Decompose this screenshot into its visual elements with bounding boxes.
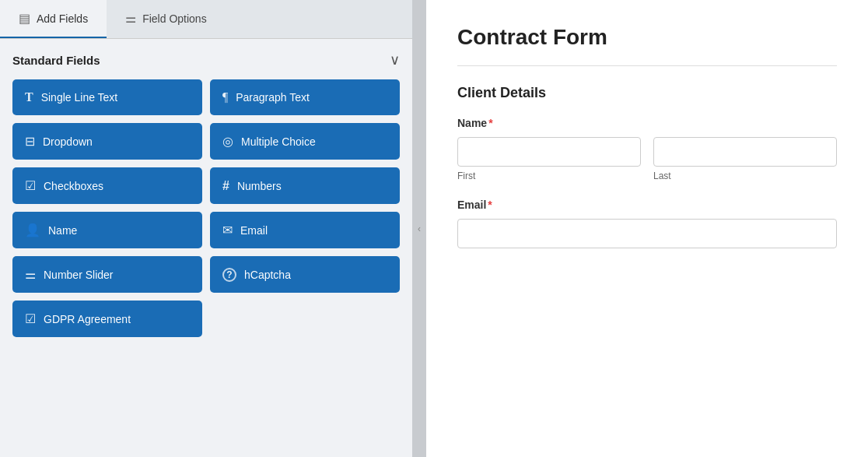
fields-content: Standard Fields ∨ T Single Line Text ¶ P… <box>0 39 412 457</box>
gdpr-label: GDPR Agreement <box>44 313 131 325</box>
left-panel: ▤ Add Fields ⚌ Field Options Standard Fi… <box>0 0 412 457</box>
form-title: Contract Form <box>457 25 837 50</box>
collapse-icon: ‹ <box>418 223 421 234</box>
single-line-text-icon: T <box>25 90 33 104</box>
email-field-group: Email* <box>457 199 837 248</box>
number-slider-label: Number Slider <box>44 269 113 281</box>
field-btn-name[interactable]: 👤 Name <box>12 212 202 248</box>
dropdown-label: Dropdown <box>43 135 93 148</box>
tab-bar: ▤ Add Fields ⚌ Field Options <box>0 0 412 39</box>
field-btn-paragraph-text[interactable]: ¶ Paragraph Text <box>210 79 400 115</box>
name-required-star: * <box>488 117 492 129</box>
email-field-label: Email* <box>457 199 837 211</box>
multiple-choice-label: Multiple Choice <box>241 135 316 148</box>
tab-field-options-label: Field Options <box>142 12 206 25</box>
checkboxes-label: Checkboxes <box>44 180 103 192</box>
name-field-group: Name* First Last <box>457 117 837 181</box>
email-icon: ✉ <box>222 223 233 237</box>
field-btn-gdpr-agreement[interactable]: ☑ GDPR Agreement <box>12 301 202 337</box>
email-btn-label: Email <box>240 224 268 237</box>
paragraph-text-icon: ¶ <box>222 90 228 104</box>
name-field-label: Name* <box>457 117 837 129</box>
number-slider-icon: ⚌ <box>25 267 36 282</box>
field-btn-number-slider[interactable]: ⚌ Number Slider <box>12 256 202 293</box>
client-details-label: Client Details <box>457 85 837 101</box>
email-required-star: * <box>488 199 492 211</box>
last-name-input[interactable] <box>653 137 837 167</box>
name-icon: 👤 <box>25 223 40 237</box>
field-btn-email[interactable]: ✉ Email <box>210 212 400 248</box>
field-btn-hcaptcha[interactable]: ? hCaptcha <box>210 256 400 293</box>
gdpr-icon: ☑ <box>25 311 36 326</box>
single-line-text-label: Single Line Text <box>41 91 118 104</box>
first-name-sublabel: First <box>457 170 641 181</box>
first-name-col: First <box>457 137 641 181</box>
name-btn-label: Name <box>48 224 77 237</box>
first-name-input[interactable] <box>457 137 641 167</box>
section-toggle-icon[interactable]: ∨ <box>390 51 400 69</box>
add-fields-icon: ▤ <box>19 11 30 26</box>
fields-grid: T Single Line Text ¶ Paragraph Text ⊟ Dr… <box>12 79 400 337</box>
standard-fields-header: Standard Fields ∨ <box>12 51 400 69</box>
tab-add-fields-label: Add Fields <box>37 12 88 25</box>
field-btn-numbers[interactable]: # Numbers <box>210 167 400 204</box>
right-panel: Contract Form Client Details Name* First… <box>426 0 868 457</box>
field-btn-multiple-choice[interactable]: ◎ Multiple Choice <box>210 123 400 160</box>
dropdown-icon: ⊟ <box>25 134 35 149</box>
email-input[interactable] <box>457 219 837 248</box>
panel-collapse-divider[interactable]: ‹ <box>412 0 426 457</box>
numbers-icon: # <box>222 179 229 193</box>
tab-field-options[interactable]: ⚌ Field Options <box>107 0 225 38</box>
form-divider <box>457 65 837 66</box>
multiple-choice-icon: ◎ <box>222 134 233 149</box>
hcaptcha-icon: ? <box>222 268 236 282</box>
last-name-col: Last <box>653 137 837 181</box>
field-btn-dropdown[interactable]: ⊟ Dropdown <box>12 123 202 160</box>
last-name-sublabel: Last <box>653 170 837 181</box>
tab-add-fields[interactable]: ▤ Add Fields <box>0 0 107 38</box>
hcaptcha-label: hCaptcha <box>244 269 291 281</box>
name-row: First Last <box>457 137 837 181</box>
paragraph-text-label: Paragraph Text <box>236 91 310 104</box>
field-btn-checkboxes[interactable]: ☑ Checkboxes <box>12 167 202 204</box>
checkboxes-icon: ☑ <box>25 178 36 193</box>
numbers-label: Numbers <box>237 180 282 192</box>
field-options-icon: ⚌ <box>125 11 136 26</box>
standard-fields-title: Standard Fields <box>12 54 100 67</box>
field-btn-single-line-text[interactable]: T Single Line Text <box>12 79 202 115</box>
